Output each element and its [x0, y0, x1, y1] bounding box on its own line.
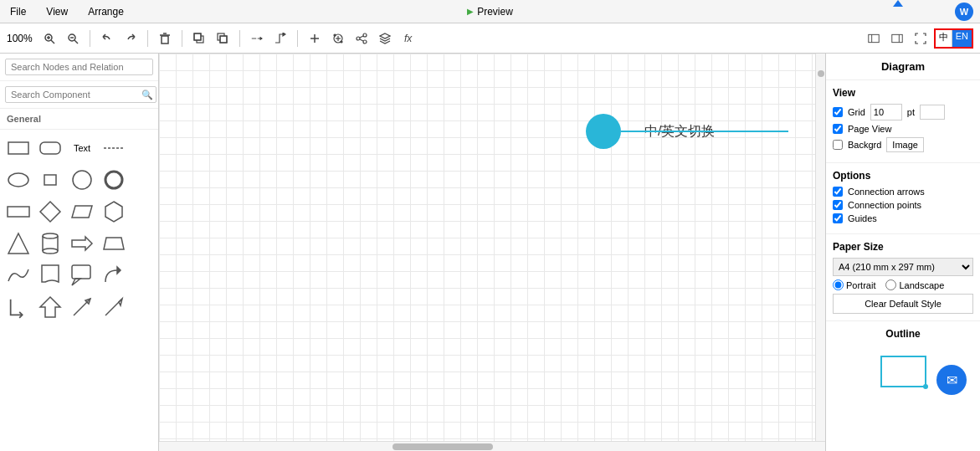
background-checkbox[interactable]	[833, 140, 843, 150]
waypoints-button[interactable]	[247, 28, 267, 49]
node-circle	[586, 114, 621, 149]
svg-point-40	[8, 173, 28, 187]
shape-cylinder[interactable]	[35, 228, 65, 259]
grid-row: Grid pt	[833, 104, 973, 120]
zoom-level: 100%	[7, 33, 33, 44]
shape-trapezoid[interactable]	[99, 228, 129, 259]
shape-circle[interactable]	[67, 165, 97, 195]
zoom-in-button[interactable]	[39, 28, 59, 49]
fullscreen-button[interactable]	[911, 28, 931, 49]
shape-rounded-rectangle[interactable]	[35, 133, 65, 163]
panel-left-button[interactable]	[864, 28, 884, 49]
lang-en-button[interactable]: EN	[952, 30, 972, 47]
shape-diamond[interactable]	[35, 197, 65, 227]
portrait-radio[interactable]	[833, 279, 844, 290]
toolbar: 100% fx	[0, 23, 980, 54]
svg-point-26	[341, 41, 342, 43]
main-content: 🔍 General Text	[0, 54, 980, 451]
search-nodes-input[interactable]	[5, 59, 153, 75]
canvas-hscroll[interactable]	[159, 441, 825, 451]
search-icon[interactable]: 🔍	[141, 90, 153, 100]
delete-button[interactable]	[155, 28, 175, 49]
zoom-out-button[interactable]	[63, 28, 83, 49]
image-button[interactable]: Image	[886, 137, 924, 152]
menu-file[interactable]: File	[7, 4, 29, 19]
page-view-row: Page View	[833, 124, 973, 134]
guides-label: Guides	[848, 213, 877, 223]
page-view-checkbox[interactable]	[833, 124, 843, 134]
shape-text[interactable]: Text	[67, 133, 97, 163]
paper-size-select[interactable]: A4 (210 mm x 297 mm)A3LetterLegalCustom	[833, 258, 973, 276]
svg-marker-46	[72, 206, 92, 218]
menu-view[interactable]: View	[43, 4, 71, 19]
grid-checkbox[interactable]	[833, 107, 843, 117]
shape-parallelogram[interactable]	[67, 197, 97, 227]
route-button[interactable]	[270, 28, 290, 49]
shape-ellipse[interactable]	[3, 165, 33, 195]
menu-arrange[interactable]: Arrange	[85, 4, 127, 19]
to-back-button[interactable]	[213, 28, 233, 49]
shape-triangle[interactable]	[3, 228, 33, 259]
shape-up-arrow[interactable]	[35, 292, 65, 322]
mail-fab-button[interactable]: ✉	[936, 365, 967, 395]
svg-marker-54	[104, 238, 124, 249]
redo-button[interactable]	[121, 28, 141, 49]
preview-label: Preview	[477, 6, 513, 18]
canvas-node[interactable]: 中/英文切换	[586, 114, 715, 149]
svg-rect-38	[40, 142, 60, 154]
lang-zh-button[interactable]: 中	[936, 30, 952, 47]
hscroll-thumb[interactable]	[393, 443, 493, 450]
grid-label: Grid	[848, 107, 865, 117]
search-component-input[interactable]	[5, 86, 156, 103]
preview-button[interactable]: ▶ Preview	[467, 6, 513, 18]
canvas-area[interactable]: 中/英文切换	[159, 54, 815, 441]
svg-marker-56	[72, 279, 80, 285]
options-section-title: Options	[833, 170, 973, 182]
clear-default-style-button[interactable]: Clear Default Style	[833, 294, 973, 314]
insert-button[interactable]	[305, 28, 325, 49]
landscape-radio[interactable]	[885, 279, 896, 290]
shape-document[interactable]	[35, 260, 65, 290]
shape-l-shape[interactable]	[3, 292, 33, 322]
share-button[interactable]	[351, 28, 372, 49]
to-front-button[interactable]	[189, 28, 209, 49]
panel-right-button[interactable]	[887, 28, 907, 49]
shape-arrow-right[interactable]	[67, 228, 97, 259]
shape-line-tool[interactable]	[99, 292, 129, 322]
shape-curve-arrow[interactable]	[99, 260, 129, 290]
connect-button[interactable]	[328, 28, 348, 49]
formula-button[interactable]: fx	[398, 28, 418, 49]
connection-arrows-label: Connection arrows	[848, 187, 925, 197]
shape-dotted-line[interactable]	[99, 133, 129, 163]
shape-wide-rect[interactable]	[3, 197, 33, 227]
shape-double-arrow[interactable]	[67, 292, 97, 322]
canvas-vscroll[interactable]	[815, 54, 825, 441]
outline-title: Outline	[833, 328, 973, 340]
shape-rectangle[interactable]	[3, 133, 33, 163]
svg-marker-58	[40, 297, 60, 317]
grid-color-box[interactable]	[920, 105, 945, 120]
connection-points-checkbox[interactable]	[833, 200, 843, 210]
undo-button[interactable]	[97, 28, 117, 49]
outline-preview: ✉	[833, 346, 973, 397]
connection-points-label: Connection points	[848, 200, 921, 210]
guides-checkbox[interactable]	[833, 213, 843, 223]
shape-thick-circle[interactable]	[99, 165, 129, 195]
language-switcher[interactable]: 中 EN	[934, 28, 973, 49]
grid-value-input[interactable]	[870, 104, 902, 120]
shape-small-square[interactable]	[35, 165, 65, 195]
shape-wave[interactable]	[3, 260, 33, 290]
layers-button[interactable]	[375, 28, 395, 49]
svg-rect-7	[162, 36, 168, 44]
svg-point-49	[43, 233, 58, 238]
vscroll-thumb[interactable]	[818, 70, 824, 77]
shape-hexagon[interactable]	[99, 197, 129, 227]
shape-speech-bubble[interactable]	[67, 260, 97, 290]
left-scroll-area[interactable]: 🔍 General Text	[0, 81, 158, 451]
user-avatar: W	[955, 3, 973, 21]
connection-arrows-checkbox[interactable]	[833, 187, 843, 197]
landscape-label[interactable]: Landscape	[885, 279, 944, 290]
portrait-label[interactable]: Portrait	[833, 279, 875, 290]
svg-line-31	[360, 39, 363, 41]
shapes-grid: Text	[0, 130, 158, 325]
